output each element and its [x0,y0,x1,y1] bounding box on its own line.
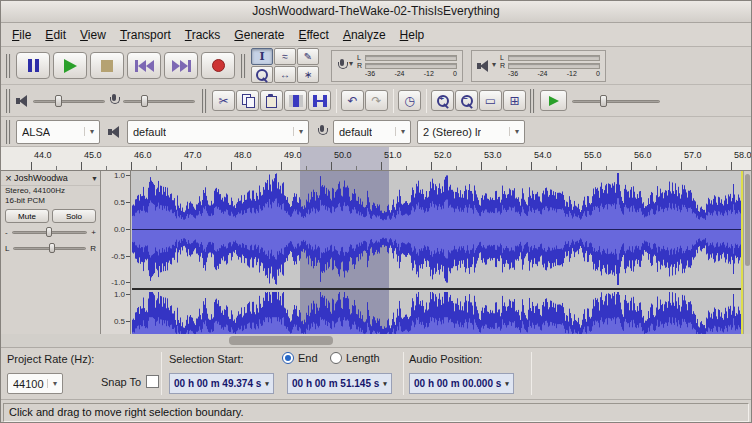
gain-slider[interactable] [12,226,88,238]
meter-channel-label: R [357,62,365,70]
multi-tool-icon: ∗ [304,69,312,80]
snap-to-label: Snap To [101,376,141,388]
solo-button[interactable]: Solo [52,209,96,223]
track-title[interactable]: JoshWoodwa [14,173,91,183]
fit-selection-button[interactable]: ▭ [479,90,502,111]
meter-dropdown-icon[interactable]: ▾ [492,60,496,69]
pan-right-label: R [90,244,96,253]
recording-meter-bar-right [365,63,457,69]
play-at-speed-button[interactable] [540,90,567,111]
selection-start-label: Selection Start: [169,353,244,365]
toolbar-row-2: ✂ ↶ ↷ ◷ + − ▭ ⊞ [1,85,751,117]
trim-audio-button[interactable] [284,90,307,111]
fit-project-icon: ⊞ [509,94,519,108]
end-radio[interactable]: End [282,352,318,364]
toolbar-grip[interactable] [202,89,207,113]
skip-start-icon [135,60,154,72]
waveform-channel-left[interactable] [132,171,743,288]
waveform-channel-right[interactable] [132,290,743,334]
timeline-tick-label: 45.0 [84,150,102,160]
draw-tool-button[interactable]: ✎ [297,48,319,65]
playback-speed-slider[interactable] [572,93,660,109]
track-close-button[interactable]: × [3,172,14,185]
playback-meter-bar-right [508,63,600,69]
redo-button[interactable]: ↷ [365,90,388,111]
length-radio[interactable]: Length [330,352,380,364]
timeline-tick-label: 46.0 [134,150,152,160]
play-icon [64,59,77,73]
silence-audio-button[interactable] [308,90,331,111]
toolbar-row-1: I ≈ ✎ ↔ ∗ ▾ L R -36-24-120 ▾ [1,47,751,85]
chevron-down-icon: ▾ [265,380,269,388]
fit-project-button[interactable]: ⊞ [503,90,526,111]
selection-tool-button[interactable]: I [251,48,273,65]
envelope-tool-button[interactable]: ≈ [274,48,296,65]
audio-host-combo[interactable]: ALSA ▾ [16,120,100,144]
sync-lock-button[interactable]: ◷ [398,90,421,111]
selection-end-field[interactable]: 00 h 00 m 51.145 s ▾ [287,373,392,394]
copy-icon [242,94,254,107]
horizontal-scrollbar[interactable] [1,334,751,348]
menu-analyze[interactable]: Analyze [336,25,393,45]
recording-meter[interactable]: ▾ L R -36-24-120 [331,50,463,82]
cut-button[interactable]: ✂ [212,90,235,111]
project-rate-combo[interactable]: 44100 ▾ [7,373,63,394]
copy-button[interactable] [236,90,259,111]
paste-button[interactable] [260,90,283,111]
toolbar-grip[interactable] [241,54,246,78]
playback-meter[interactable]: ▾ L R -36-24-120 [471,50,606,82]
meter-dropdown-icon[interactable]: ▾ [349,59,353,68]
toolbar-grip[interactable] [6,89,11,113]
zoom-out-button[interactable]: − [455,90,478,111]
menu-tracks[interactable]: Tracks [178,25,228,45]
playback-device-combo[interactable]: default ▾ [127,120,309,144]
timeshift-tool-button[interactable]: ↔ [274,66,296,83]
undo-button[interactable]: ↶ [341,90,364,111]
chevron-down-icon: ▾ [84,127,94,136]
skip-to-end-button[interactable] [164,52,198,79]
menu-help[interactable]: Help [393,25,432,45]
track-menu-icon[interactable]: ▼ [91,175,98,182]
snap-to-checkbox[interactable] [146,375,159,388]
timeline-ruler[interactable]: 44.045.046.047.048.049.050.051.052.053.0… [1,147,751,171]
play-button[interactable] [53,52,87,79]
toolbar-separator [531,352,532,395]
waveform-display[interactable] [132,171,743,334]
toolbar-grip[interactable] [530,89,535,113]
toolbar-grip[interactable] [6,54,11,78]
toolbar-separator [336,89,337,113]
menu-generate[interactable]: Generate [227,25,291,45]
recording-device-combo[interactable]: default ▾ [333,120,411,144]
menu-file[interactable]: File [5,25,38,45]
zoom-in-button[interactable]: + [431,90,454,111]
pan-slider[interactable] [13,242,86,254]
amplitude-label: 0.5 [114,317,125,326]
menu-edit[interactable]: Edit [38,25,73,45]
chevron-down-icon: ▾ [395,127,405,136]
input-volume-slider[interactable] [123,93,195,109]
selection-start-field[interactable]: 00 h 00 m 49.374 s ▾ [169,373,274,394]
vertical-scrollbar[interactable] [743,171,751,334]
vertical-ruler[interactable]: 1.00.50.0-0.5-1.01.00.5 [101,171,131,334]
mute-button[interactable]: Mute [5,209,49,223]
output-volume-slider[interactable] [33,93,105,109]
paste-icon [266,94,277,107]
trim-icon [289,95,303,107]
menu-view[interactable]: View [73,25,113,45]
multi-tool-button[interactable]: ∗ [297,66,319,83]
title-bar[interactable]: JoshWoodward-TheWake-02-ThisIsEverything [1,1,751,23]
recording-device-icon [317,125,327,138]
record-button[interactable] [201,52,235,79]
stop-button[interactable] [90,52,124,79]
timeline-tick-label: 49.0 [284,150,302,160]
zoom-tool-button[interactable] [251,66,273,83]
skip-to-start-button[interactable] [127,52,161,79]
horizontal-scrollbar-thumb[interactable] [229,336,333,345]
menu-transport[interactable]: Transport [113,25,178,45]
vertical-scrollbar-thumb[interactable] [745,174,750,266]
pause-button[interactable] [16,52,50,79]
recording-channels-combo[interactable]: 2 (Stereo) lr ▾ [417,120,525,144]
toolbar-grip[interactable] [6,120,11,144]
menu-effect[interactable]: Effect [291,25,335,45]
audio-position-field[interactable]: 00 h 00 m 00.000 s ▾ [409,373,514,394]
